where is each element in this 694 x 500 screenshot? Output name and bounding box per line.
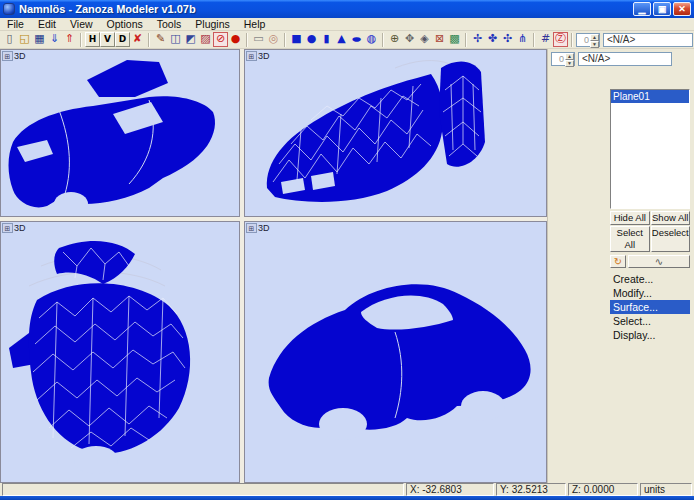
horizontal-view-button[interactable]: H [85,32,100,47]
new-file-icon[interactable]: ▯ [2,32,17,47]
menu-file[interactable]: File [0,18,31,31]
rotate-tool-icon[interactable]: ✣ [500,32,515,47]
save-icon[interactable]: ▦ [32,32,47,47]
viewport-menu-icon[interactable]: ⊞ [2,51,13,61]
toolbar-separator [246,33,248,47]
edges-mode-icon[interactable]: ▨ [198,32,213,47]
sphere-primitive-icon[interactable]: ● [304,32,319,47]
panel-spinner-arrows[interactable]: ▲▼ [565,53,574,65]
box-primitive-icon[interactable]: ■ [289,32,304,47]
panel-spinner[interactable]: 0 ▲▼ [551,52,575,66]
toolbar-separator [533,33,535,47]
toolbar-separator [148,33,150,47]
deselect-button[interactable]: Deselect [651,226,691,252]
restore-button[interactable]: ▣ [653,2,671,16]
minimize-button[interactable]: ▁ [633,2,651,16]
z-lock-icon[interactable]: Ⓩ [553,32,568,47]
object-plane01[interactable]: Plane01 [611,90,689,103]
viewport-menu-icon[interactable]: ⊞ [246,51,257,61]
panel-buttons: Hide AllShow AllSelect AllDeselect [610,211,690,252]
zoom-extents-icon[interactable]: ⊠ [432,32,447,47]
menu-view[interactable]: View [63,18,100,31]
cone-primitive-icon[interactable]: ▲ [334,32,349,47]
status-z-coordinate: Z: 0.0000 [568,483,638,496]
toolbar-spinner-arrows[interactable]: ▲▼ [590,34,599,46]
axis-filter-icon[interactable]: ✘ [130,32,145,47]
menu-edit[interactable]: Edit [31,18,63,31]
right-panel: 0 ▲▼ <N/A> Plane01 Hide AllShow AllSelec… [547,49,694,483]
torus-primitive-icon[interactable]: ◍ [364,32,379,47]
viewport-menu-icon[interactable]: ⊞ [2,223,13,233]
coords-display-icon[interactable]: # [538,32,553,47]
toolbar-separator [465,33,467,47]
status-units: units [640,483,692,496]
refresh-icon[interactable]: ↻ [610,255,626,268]
status-message [2,483,404,496]
toolbar-spinner[interactable]: 0 ▲▼ [576,33,600,47]
viewport-3d-top-right[interactable]: ⊞ 3D [244,49,547,217]
viewport-name: 3D [14,51,26,61]
viewport-name: 3D [258,51,270,61]
material-editor-icon[interactable]: ▩ [447,32,462,47]
menu-help[interactable]: Help [237,18,273,31]
status-bar: X: -32.6803 Y: 32.5213 Z: 0.0000 units [0,483,694,496]
hide-all-button[interactable]: Hide All [610,211,650,225]
panel-menu-display[interactable]: Display... [610,328,690,342]
toolbar-separator [571,33,573,47]
viewport-3d-top-left[interactable]: ⊞ 3D [0,49,240,217]
panel-na-dropdown[interactable]: <N/A> [578,52,672,66]
curve-icon[interactable]: ∿ [628,255,690,268]
viewport-label: ⊞ 3D [2,223,26,233]
rotate-view-icon[interactable]: ◈ [417,32,432,47]
lasso-select-icon[interactable]: ✎ [153,32,168,47]
viewport-3d-bottom-left[interactable]: ⊞ 3D [0,221,240,483]
mirror-tool-icon[interactable]: ⋔ [515,32,530,47]
viewport-3d-bottom-right[interactable]: ⊞ 3D [244,221,547,483]
select-all-button[interactable]: Select All [610,226,650,252]
panel-menu-select[interactable]: Select... [610,314,690,328]
objects-mode-icon[interactable]: ◫ [168,32,183,47]
panel-menu-modify[interactable]: Modify... [610,286,690,300]
panel-menu-surface[interactable]: Surface... [610,300,690,314]
zoom-icon[interactable]: ⊕ [387,32,402,47]
viewport-label: ⊞ 3D [246,223,270,233]
vertices-mode-icon[interactable]: ⊘ [213,32,228,47]
objects-list[interactable]: Plane01 [610,89,690,209]
spin-down-icon[interactable]: ▼ [590,41,599,48]
toolbar-spinner-value: 0 [577,34,590,46]
status-x-coordinate: X: -32.6803 [406,483,494,496]
export-icon[interactable]: ⇑ [62,32,77,47]
cylinder-primitive-icon[interactable]: ▮ [319,32,334,47]
scale-tool-icon[interactable]: ✤ [485,32,500,47]
panel-menu-create[interactable]: Create... [610,272,690,286]
spin-up-icon[interactable]: ▲ [565,53,574,60]
spin-down-icon[interactable]: ▼ [565,60,574,67]
open-folder-icon[interactable]: ◱ [17,32,32,47]
faces-mode-icon[interactable]: ◩ [183,32,198,47]
toolbar-separator [382,33,384,47]
menu-bar: FileEditViewOptionsToolsPluginsHelp [0,18,694,31]
toolbar-na-dropdown[interactable]: <N/A> [603,33,693,47]
circle-marquee-icon[interactable]: ◎ [266,32,281,47]
viewport-label: ⊞ 3D [2,51,26,61]
import-icon[interactable]: ⇓ [47,32,62,47]
pan-mouse-icon[interactable]: ✥ [402,32,417,47]
toolbar-separator [80,33,82,47]
main-area: ⊞ 3D ⊞ 3D [0,49,694,483]
menu-tools[interactable]: Tools [150,18,189,31]
viewport-menu-icon[interactable]: ⊞ [246,223,257,233]
rect-marquee-icon[interactable]: ▭ [251,32,266,47]
vertical-view-button[interactable]: V [100,32,115,47]
spin-up-icon[interactable]: ▲ [590,34,599,41]
close-button[interactable]: ✕ [673,2,691,16]
ellipsoid-primitive-icon[interactable]: ● [349,35,364,43]
sphere-mode-icon[interactable]: ● [228,32,243,47]
menu-options[interactable]: Options [100,18,150,31]
toolbar-separator [284,33,286,47]
window-title: Namnlös - Zanoza Modeler v1.07b [19,3,633,15]
window-bottom-border [0,496,694,500]
menu-plugins[interactable]: Plugins [188,18,236,31]
show-all-button[interactable]: Show All [651,211,691,225]
move-tool-icon[interactable]: ✢ [470,32,485,47]
dual-view-button[interactable]: D [115,32,130,47]
